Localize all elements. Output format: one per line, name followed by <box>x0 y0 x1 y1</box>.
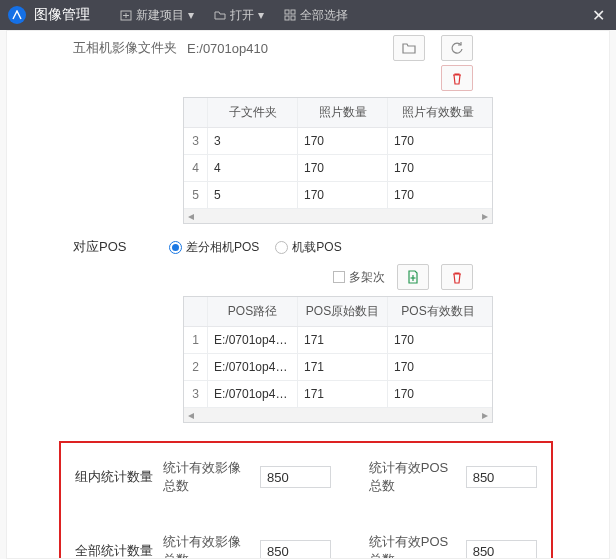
menu-select-all[interactable]: 全部选择 <box>284 7 348 24</box>
close-button[interactable]: ✕ <box>580 0 616 30</box>
pos-add-button[interactable] <box>397 264 429 290</box>
menu-open-label: 打开 <box>230 7 254 24</box>
radio-on-icon <box>169 241 182 254</box>
table-row[interactable]: 1 E:/0701op41... 171 170 <box>184 327 492 354</box>
table-row[interactable]: 2 E:/0701op41... 171 170 <box>184 354 492 381</box>
camera-folder-row: 五相机影像文件夹 E:/0701op410 <box>73 35 593 61</box>
menu-open[interactable]: 打开 ▾ <box>214 7 264 24</box>
table-row[interactable]: 3 E:/0701op41... 171 170 <box>184 381 492 408</box>
pos-select-row: 对应POS 差分相机POS 机载POS <box>73 238 593 256</box>
table-row[interactable]: 5 5 170 170 <box>184 182 492 209</box>
camera-folder-label: 五相机影像文件夹 <box>73 39 177 57</box>
table-header: 子文件夹 照片数量 照片有效数量 <box>184 98 492 128</box>
multi-sortie-checkbox[interactable]: 多架次 <box>333 269 385 286</box>
col-pos-valid: POS有效数目 <box>388 297 488 326</box>
refresh-icon <box>450 41 464 55</box>
menu-select-all-label: 全部选择 <box>300 7 348 24</box>
app-icon <box>8 6 26 24</box>
folder-icon <box>402 42 416 54</box>
pos-toolbar: 多架次 <box>23 264 473 290</box>
radio-diff-pos-label: 差分相机POS <box>186 239 259 256</box>
menu-bar: 新建项目 ▾ 打开 ▾ 全部选择 <box>120 7 348 24</box>
table-scrollbar[interactable]: ◂ ▸ <box>184 209 492 223</box>
checkbox-icon <box>333 271 345 283</box>
radio-onboard-pos-label: 机载POS <box>292 239 341 256</box>
scroll-right-icon[interactable]: ▸ <box>478 408 492 422</box>
camera-delete-button[interactable] <box>441 65 473 91</box>
col-pos-raw: POS原始数目 <box>298 297 388 326</box>
scroll-left-icon[interactable]: ◂ <box>184 209 198 223</box>
pos-delete-button[interactable] <box>441 264 473 290</box>
group-stats-row: 组内统计数量 统计有效影像总数 850 统计有效POS总数 850 <box>75 453 537 501</box>
radio-onboard-pos[interactable]: 机载POS <box>275 239 341 256</box>
window-title: 图像管理 <box>34 6 90 24</box>
col-photo-valid: 照片有效数量 <box>388 98 488 127</box>
col-photo-count: 照片数量 <box>298 98 388 127</box>
group-stats-label: 组内统计数量 <box>75 468 153 486</box>
dropdown-icon: ▾ <box>188 8 194 22</box>
folder-open-button[interactable] <box>393 35 425 61</box>
file-add-icon <box>407 270 419 284</box>
pos-total-label: 统计有效POS总数 <box>369 533 456 559</box>
scroll-left-icon[interactable]: ◂ <box>184 408 198 422</box>
stats-highlight-box: 组内统计数量 统计有效影像总数 850 统计有效POS总数 850 全部统计数量… <box>59 441 553 559</box>
camera-folder-path: E:/0701op410 <box>187 41 268 56</box>
table-scrollbar[interactable]: ◂ ▸ <box>184 408 492 422</box>
table-row[interactable]: 4 4 170 170 <box>184 155 492 182</box>
trash-icon <box>451 72 463 85</box>
table-row[interactable]: 3 3 170 170 <box>184 128 492 155</box>
title-bar: 图像管理 新建项目 ▾ 打开 ▾ 全部选择 ✕ <box>0 0 616 30</box>
img-total-label: 统计有效影像总数 <box>163 533 250 559</box>
svg-rect-6 <box>291 16 295 20</box>
all-stats-label: 全部统计数量 <box>75 542 153 559</box>
table-header: POS路径 POS原始数目 POS有效数目 <box>184 297 492 327</box>
col-subfolder: 子文件夹 <box>208 98 298 127</box>
menu-new-project-label: 新建项目 <box>136 7 184 24</box>
dropdown-icon: ▾ <box>258 8 264 22</box>
pos-table: POS路径 POS原始数目 POS有效数目 1 E:/0701op41... 1… <box>183 296 493 423</box>
menu-new-project[interactable]: 新建项目 ▾ <box>120 7 194 24</box>
svg-rect-3 <box>285 10 289 14</box>
content-panel: 五相机影像文件夹 E:/0701op410 子文件夹 照片数量 照片有效数量 3… <box>6 30 610 559</box>
svg-rect-4 <box>291 10 295 14</box>
radio-off-icon <box>275 241 288 254</box>
all-stats-row: 全部统计数量 统计有效影像总数 850 统计有效POS总数 850 <box>75 527 537 559</box>
col-pos-path: POS路径 <box>208 297 298 326</box>
scroll-right-icon[interactable]: ▸ <box>478 209 492 223</box>
refresh-button[interactable] <box>441 35 473 61</box>
img-total-label: 统计有效影像总数 <box>163 459 250 495</box>
all-img-total-value[interactable]: 850 <box>260 540 331 559</box>
radio-diff-pos[interactable]: 差分相机POS <box>169 239 259 256</box>
group-img-total-value[interactable]: 850 <box>260 466 331 488</box>
all-pos-total-value[interactable]: 850 <box>466 540 537 559</box>
pos-label: 对应POS <box>73 238 153 256</box>
pos-total-label: 统计有效POS总数 <box>369 459 456 495</box>
svg-rect-5 <box>285 16 289 20</box>
subfolder-table: 子文件夹 照片数量 照片有效数量 3 3 170 170 4 4 170 170… <box>183 97 493 224</box>
trash-icon <box>451 271 463 284</box>
group-pos-total-value[interactable]: 850 <box>466 466 537 488</box>
multi-sortie-label: 多架次 <box>349 269 385 286</box>
